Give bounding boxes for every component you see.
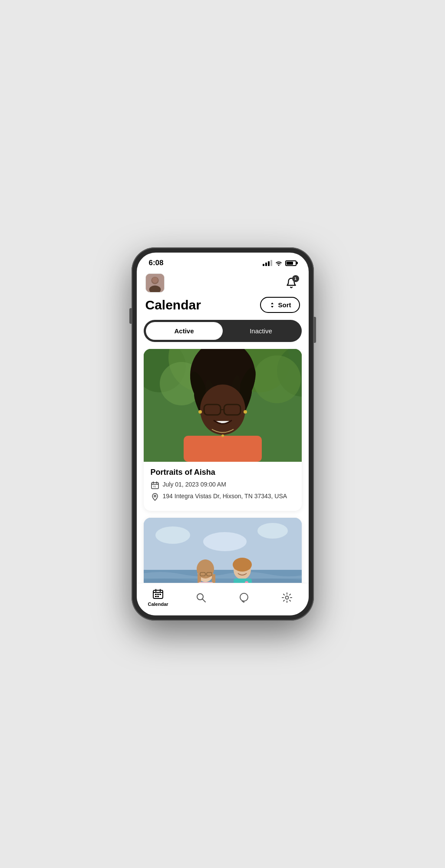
sort-icon — [269, 302, 276, 309]
svg-point-26 — [221, 434, 224, 437]
svg-rect-43 — [212, 574, 215, 583]
nav-item-search[interactable] — [188, 592, 214, 603]
svg-rect-70 — [155, 596, 157, 597]
svg-point-22 — [198, 410, 202, 414]
svg-text:01: 01 — [153, 485, 156, 488]
content-scroll[interactable]: Portraits of Aisha 01 July 01, 2023 0 — [137, 349, 309, 583]
session-card[interactable]: Portraits of Aisha 01 July 01, 2023 0 — [144, 349, 302, 511]
search-nav-icon — [195, 592, 207, 603]
tab-inactive[interactable]: Inactive — [223, 322, 300, 340]
nav-item-calendar[interactable]: Calendar — [145, 589, 171, 607]
status-icons — [263, 260, 297, 266]
notification-badge: 1 — [292, 275, 299, 282]
wifi-icon — [275, 260, 283, 266]
bottom-nav: Calendar — [137, 583, 309, 615]
nav-label-calendar: Calendar — [148, 602, 168, 607]
status-time: 6:08 — [149, 259, 164, 267]
svg-rect-71 — [157, 596, 159, 597]
phone-screen: 6:08 — [137, 253, 309, 615]
battery-icon — [285, 260, 297, 266]
session-photo-beach — [144, 518, 302, 583]
sort-label: Sort — [278, 301, 291, 309]
status-bar: 6:08 — [137, 253, 309, 270]
svg-point-23 — [244, 410, 247, 414]
calendar-nav-icon — [152, 589, 164, 600]
signal-icon — [263, 260, 272, 266]
svg-point-55 — [241, 559, 247, 566]
svg-point-75 — [286, 596, 289, 599]
avatar[interactable] — [145, 273, 165, 293]
svg-rect-25 — [184, 436, 262, 462]
svg-rect-56 — [234, 579, 252, 583]
card-info-aisha: Portraits of Aisha 01 July 01, 2023 0 — [144, 462, 302, 511]
nav-item-chat[interactable] — [231, 592, 257, 603]
location-meta-icon — [151, 493, 159, 501]
page-title: Calendar — [145, 298, 201, 312]
card-date-aisha: 01 July 01, 2023 09:00 AM — [151, 480, 295, 490]
svg-point-36 — [257, 523, 288, 539]
svg-point-74 — [240, 593, 248, 601]
svg-rect-47 — [198, 582, 214, 583]
svg-line-73 — [203, 599, 206, 602]
tabs-container: Active Inactive — [144, 320, 302, 342]
settings-nav-icon — [281, 592, 293, 603]
svg-rect-68 — [157, 594, 159, 595]
card-title-aisha: Portraits of Aisha — [151, 468, 295, 477]
chat-nav-icon — [238, 592, 250, 603]
svg-point-35 — [155, 526, 190, 544]
card-location-text: 194 Integra Vistas Dr, Hixson, TN 37343,… — [163, 492, 287, 501]
svg-point-32 — [154, 495, 156, 497]
tab-active[interactable]: Active — [146, 322, 223, 340]
phone-frame: 6:08 — [132, 247, 314, 621]
svg-point-3 — [152, 277, 158, 283]
session-photo-aisha — [144, 349, 302, 462]
session-card-beach[interactable] — [144, 518, 302, 583]
svg-point-37 — [203, 532, 247, 551]
svg-point-10 — [253, 355, 301, 403]
sort-button[interactable]: Sort — [260, 297, 300, 313]
card-date-text: July 01, 2023 09:00 AM — [163, 480, 226, 489]
calendar-meta-icon: 01 — [151, 481, 159, 490]
card-location-aisha: 194 Integra Vistas Dr, Hixson, TN 37343,… — [151, 492, 295, 501]
title-row: Calendar Sort — [137, 297, 309, 320]
notification-bell[interactable]: 1 — [283, 274, 300, 292]
svg-rect-69 — [159, 594, 161, 595]
nav-item-settings[interactable] — [274, 592, 300, 603]
svg-rect-67 — [155, 594, 157, 595]
app-header: 1 — [137, 270, 309, 297]
